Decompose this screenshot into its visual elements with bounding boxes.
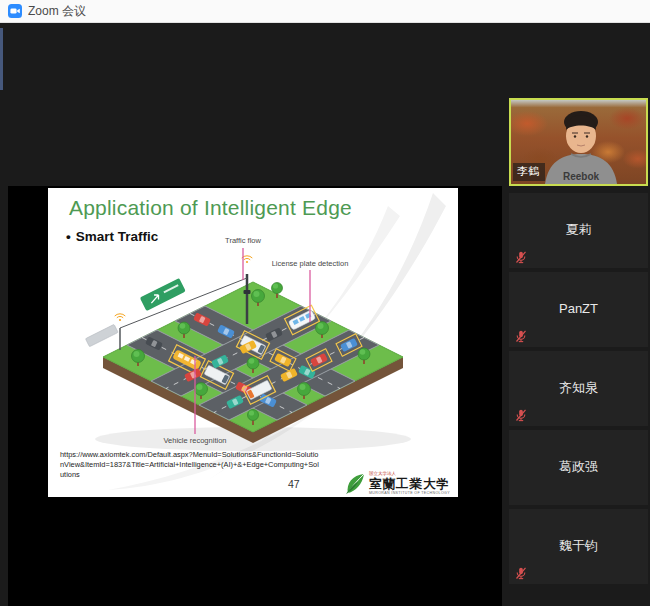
wifi-icon [115,314,126,321]
window-title: Zoom 会议 [28,3,86,20]
participant-name: 齐知泉 [509,378,648,396]
source-url-line: nView&ItemId=1837&Title=Artificial+Intel… [60,460,392,470]
license-plate-label: License plate detection [272,259,349,268]
logo-university-text: 室蘭工業大学 [369,477,450,491]
participant-tile[interactable]: 夏莉 [509,193,648,268]
participant-name: 葛政强 [509,457,648,475]
participant-name: PanZT [509,301,648,316]
highway-sign [140,278,186,311]
muted-mic-icon [515,250,527,263]
muted-mic-icon [515,566,527,579]
participant-video-tile[interactable]: Reebok 李鶴 [509,98,648,186]
traffic-illustration: Traffic flow License plate detection Veh… [58,232,418,467]
source-url-line: utions [60,470,392,480]
participant-name-overlay: 李鶴 [513,163,545,181]
bullet-text: Smart Traffic [76,229,159,244]
traffic-flow-label: Traffic flow [225,236,261,245]
zoom-app-icon [8,4,22,18]
presentation-slide: Application of Intelligent Edge •Smart T… [48,188,458,497]
vehicle-recognition-label: Vehicle recognition [164,436,227,445]
logo-subtitle-text: MURORAN INSTITUTE OF TECHNOLOGY [369,491,450,495]
slide-bullet: •Smart Traffic [66,229,158,244]
slide-page-number: 47 [288,478,300,490]
muted-mic-icon [515,408,527,421]
participant-name: 魏干钧 [509,536,648,554]
window-titlebar: Zoom 会议 [0,0,650,23]
participant-name: 夏莉 [509,220,648,238]
source-url: https://www.axiomtek.com/Default.aspx?Me… [60,450,392,479]
source-url-line: https://www.axiomtek.com/Default.aspx?Me… [60,450,392,460]
bullet-marker: • [66,229,71,244]
leaf-logo-icon [345,472,366,495]
slide-title: Application of Intelligent Edge [69,196,352,220]
participant-tile[interactable]: 齐知泉 [509,351,648,426]
participant-tile[interactable]: 魏干钧 [509,509,648,584]
window-edge-strip [0,28,3,90]
university-logo: 国立大学法人 室蘭工業大学 MURORAN INSTITUTE OF TECHN… [345,471,450,495]
screen-share-area: Application of Intelligent Edge •Smart T… [8,186,502,606]
participant-tile[interactable]: PanZT [509,272,648,347]
muted-mic-icon [515,329,527,342]
participant-tile[interactable]: 葛政强 [509,430,648,505]
shirt-brand-text: Reebok [563,171,600,182]
